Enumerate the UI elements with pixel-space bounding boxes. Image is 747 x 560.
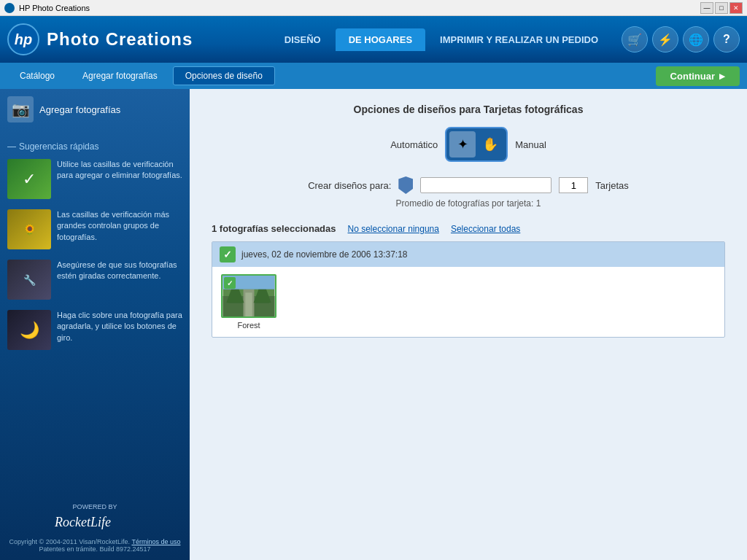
terms-link[interactable]: Términos de uso: [131, 538, 180, 545]
quantity-bar: [420, 177, 551, 193]
sidebar: 📷 Agregar fotografías Sugerencias rápida…: [0, 89, 190, 560]
photos-count: 1 fotografías seleccionadas: [212, 223, 336, 234]
tab-imprimir[interactable]: IMPRIMIR Y REALIZAR UN PEDIDO: [427, 28, 611, 51]
patents-text: Patentes en trámite. Build 8972.24517: [39, 545, 150, 553]
rocket-logo: RocketLife: [7, 510, 182, 535]
mode-auto-label: Automático: [390, 139, 438, 150]
nav-tabs: DISEÑO DE HOGARES IMPRIMIR Y REALIZAR UN…: [271, 28, 611, 51]
tip-thumb-3: 🔧: [7, 260, 51, 300]
mode-btn-auto[interactable]: ✦: [449, 131, 476, 158]
app-header: hp Photo Creations DISEÑO DE HOGARES IMP…: [0, 16, 747, 63]
close-button[interactable]: ✕: [729, 2, 743, 14]
camera-icon: 📷: [7, 96, 34, 122]
photo-item: ✓: [220, 274, 278, 330]
tips-title: Sugerencias rápidas: [7, 141, 182, 152]
tab-diseno[interactable]: DISEÑO: [271, 28, 334, 51]
quantity-input[interactable]: [559, 177, 588, 193]
photo-thumb[interactable]: ✓: [221, 274, 276, 318]
header-icons: 🛒 ⚡ 🌐 ?: [622, 26, 740, 52]
photos-header: 1 fotografías seleccionadas No seleccion…: [212, 223, 725, 234]
main-layout: 📷 Agregar fotografías Sugerencias rápida…: [0, 89, 747, 560]
mode-manual-label: Manual: [515, 139, 546, 150]
tip-text-4: Haga clic sobre una fotografía para agra…: [57, 310, 182, 350]
titlebar-title: HP Photo Creations: [19, 4, 90, 12]
tip-text-3: Asegúrese de que sus fotografías estén g…: [57, 260, 182, 300]
check-icon: ✓: [220, 246, 236, 262]
powered-by-text: POWERED BY: [7, 503, 182, 510]
continue-button[interactable]: Continuar: [656, 66, 740, 86]
help-icon[interactable]: ?: [713, 26, 740, 52]
tip-item: 🔧 Asegúrese de que sus fotografías estén…: [7, 260, 182, 300]
select-all-link[interactable]: Seleccionar todas: [451, 224, 520, 234]
photo-group: ✓ jueves, 02 de noviembre de 2006 13:37:…: [212, 241, 725, 338]
cart-icon[interactable]: 🛒: [622, 26, 648, 52]
add-photos-section[interactable]: 📷 Agregar fotografías: [7, 96, 182, 122]
photo-label: Forest: [237, 321, 260, 330]
toolbar-tab-agregar[interactable]: Agregar fotografías: [70, 66, 170, 85]
group-date: jueves, 02 de noviembre de 2006 13:37:18: [241, 249, 408, 260]
photo-group-header: ✓ jueves, 02 de noviembre de 2006 13:37:…: [212, 242, 724, 267]
minimize-button[interactable]: —: [700, 2, 713, 14]
create-section: Crear diseños para: Tarjetas: [212, 176, 725, 194]
mode-btn-manual[interactable]: ✋: [477, 131, 503, 158]
powered-by: POWERED BY RocketLife Copyright © 2004-2…: [7, 496, 182, 553]
tip-text-2: Las casillas de verificación más grandes…: [57, 209, 182, 249]
photo-grid: ✓: [212, 267, 724, 337]
app-title: Photo Creations: [47, 29, 193, 50]
tip-thumb-2: 🌻: [7, 209, 51, 249]
create-label: Crear diseños para:: [308, 180, 391, 191]
toolbar-tab-catalogo[interactable]: Catálogo: [7, 66, 67, 85]
content-title: Opciones de diseños para Tarjetas fotogr…: [212, 104, 725, 115]
content: Opciones de diseños para Tarjetas fotogr…: [190, 89, 747, 560]
hp-logo-text: hp: [15, 31, 32, 48]
deselect-link[interactable]: No seleccionar ninguna: [348, 224, 439, 234]
titlebar: HP Photo Creations — □ ✕: [0, 0, 747, 16]
copyright: Copyright © 2004-2011 Visan/RocketLife. …: [7, 538, 182, 553]
tips-section: Sugerencias rápidas ✓ Utilice las casill…: [7, 141, 182, 360]
tip-thumb-4: 🌙: [7, 310, 51, 350]
tip-item: 🌻 Las casillas de verificación más grand…: [7, 209, 182, 249]
toolbar: Catálogo Agregar fotografías Opciones de…: [0, 63, 747, 89]
shield-icon: [398, 176, 413, 194]
mode-selector: Automático ✦ ✋ Manual: [212, 127, 725, 162]
tab-dehogares[interactable]: DE HOGARES: [336, 28, 425, 51]
tip-thumb-1: ✓: [7, 159, 51, 199]
svg-text:RocketLife: RocketLife: [54, 515, 111, 529]
maximize-button[interactable]: □: [715, 2, 728, 14]
mode-toggle: ✦ ✋: [445, 127, 508, 162]
copyright-text: Copyright © 2004-2011 Visan/RocketLife.: [9, 538, 131, 545]
hp-logo: hp: [7, 23, 39, 55]
photo-check: ✓: [224, 277, 236, 289]
app-icon: [4, 3, 15, 13]
flash-icon[interactable]: ⚡: [652, 26, 678, 52]
tip-item: ✓ Utilice las casillas de verificación p…: [7, 159, 182, 199]
window-controls: — □ ✕: [700, 2, 743, 14]
globe-icon[interactable]: 🌐: [683, 26, 709, 52]
tarjetas-label: Tarjetas: [595, 180, 629, 191]
tip-text-1: Utilice las casillas de verificación par…: [57, 159, 182, 199]
add-photos-label: Agregar fotografías: [39, 104, 120, 115]
avg-text: Promedio de fotografías por tarjeta: 1: [212, 198, 725, 209]
tip-item: 🌙 Haga clic sobre una fotografía para ag…: [7, 310, 182, 350]
toolbar-tab-opciones[interactable]: Opciones de diseño: [173, 66, 275, 85]
svg-rect-9: [245, 292, 252, 316]
